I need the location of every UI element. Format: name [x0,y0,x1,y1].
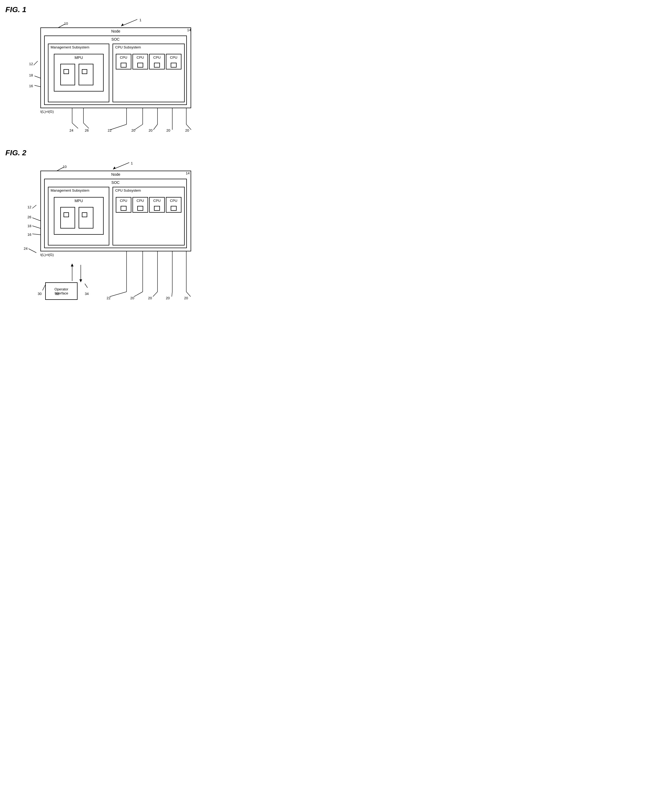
fig2-ref26: 26 [28,215,31,219]
fig2-ref18: 18 [28,224,31,228]
cpu-subsystem-box: CPU Subsystem CPU CPU [112,44,185,102]
ref18: 18 [29,73,33,77]
ref20d: 20 [185,128,189,132]
ref20b: 20 [149,128,152,132]
cpu2-box: CPU [132,54,148,69]
fig2-ref12: 12 [28,205,31,209]
fig2-mpu-sub1 [63,212,69,217]
fig2-ref24: 24 [24,247,28,250]
fig2-mgmt-label: Management Subsystem [51,189,89,192]
fig2-cpu1-box: CPU [116,197,131,213]
mpu-label: MPU [75,55,83,60]
cpu1-label: CPU [120,54,127,60]
fig2-cpu3-label: CPU [153,198,160,203]
svg-line-41 [172,292,172,296]
cpu2-label: CPU [137,54,144,60]
fig2-node-label: Node [111,172,120,177]
svg-line-14 [135,124,143,130]
ref14: 14 [187,28,191,32]
cpu3-label: CPU [153,54,160,60]
ref26: 26 [85,128,89,132]
cpu4-box: CPU [166,54,181,69]
fig1-title: FIG. 1 [5,5,218,14]
svg-marker-31 [71,264,74,266]
svg-line-10 [83,123,89,128]
ref1: 1 [140,18,141,22]
svg-line-39 [153,292,157,296]
node-box: Node SOC Management Subsystem MPU [40,28,191,108]
operator-label: Operator [54,287,68,291]
soc-label: SOC [111,37,120,41]
cpu1-inner [121,63,126,68]
fig2-mgmt-box: Management Subsystem MPU [48,187,109,246]
fig2-ref20a: 20 [130,296,134,300]
svg-line-21 [113,163,129,169]
cpu-subsystem-label: CPU Subsystem [115,45,141,49]
ref20a: 20 [131,128,135,132]
ref16: 16 [29,84,33,88]
fig2-mpu-label: MPU [75,199,83,203]
page: FIG. 1 [5,5,218,302]
svg-line-25 [32,205,36,208]
svg-line-3 [34,61,38,65]
fig2-ref20b: 20 [148,296,152,300]
svg-line-0 [121,19,137,26]
svg-line-28 [29,249,36,253]
mpu-inner-box1 [60,64,75,85]
svg-marker-22 [113,167,116,169]
fig2-ref10: 10 [63,165,66,169]
fig2-ref20c: 20 [166,296,170,300]
fig2-ref34: 34 [85,292,89,296]
mpu-sub-box1 [63,69,69,74]
fig2-ref32: 32 [55,292,59,296]
mgmt-label: Management Subsystem [51,45,89,49]
svg-line-37 [134,292,143,296]
fig2-mpu-inner1 [60,207,75,229]
mpu-inner-box2 [78,64,94,85]
fig1-container: FIG. 1 [5,5,218,132]
operator-box: Operator Interface [45,282,77,300]
ref22: 22 [108,128,111,132]
fig2-ref22: 22 [107,296,111,300]
svg-line-27 [32,226,41,229]
ref24: 24 [69,128,73,132]
svg-line-46 [43,285,45,290]
fig2-diagram: Node SOC Management Subsystem MPU [5,160,215,302]
fig2-timing-label: t(L)=t(G) [40,253,54,257]
fig2-ref30: 30 [38,292,42,296]
fig2-cpu2-inner [137,206,143,211]
mpu-sub-box2 [82,69,87,74]
fig2-mpu-sub2 [82,212,87,217]
fig2-ref20d: 20 [184,296,188,300]
ref20c: 20 [166,128,170,132]
svg-line-12 [111,124,126,130]
fig2-cpu4-box: CPU [166,197,181,213]
cpu1-box: CPU [116,54,131,69]
fig2-cpu1-label: CPU [120,198,127,203]
fig2-node-box: Node SOC Management Subsystem MPU [40,170,191,252]
fig2-cpu4-inner [171,206,177,211]
cpu2-inner [137,63,143,68]
fig2-ref16: 16 [28,233,31,236]
fig2-cpu4-label: CPU [170,198,177,203]
svg-marker-1 [121,23,124,26]
fig2-mpu-box: MPU [54,197,104,235]
svg-line-45 [85,284,88,288]
fig2-cpu-subsystem-box: CPU Subsystem CPU CPU CPU [112,187,185,246]
mpu-box: MPU [54,54,104,92]
cpu3-box: CPU [149,54,165,69]
cpu4-inner [171,63,177,68]
timing-label: t(L)=t(G) [40,109,54,114]
soc-box: SOC Management Subsystem MPU [44,35,187,105]
fig2-soc-label: SOC [111,180,120,185]
fig2-mpu-inner2 [78,207,94,229]
fig2-cpu3-box: CPU [149,197,165,213]
ref10: 10 [64,21,68,26]
ref12: 12 [29,62,33,66]
fig2-cpu1-inner [121,206,126,211]
fig2-container: FIG. 2 [5,149,218,302]
fig2-cpu2-label: CPU [137,198,144,203]
fig2-cpu3-inner [154,206,160,211]
fig2-cpu2-box: CPU [132,197,148,213]
fig2-cpu-subsystem-label: CPU Subsystem [115,189,141,192]
